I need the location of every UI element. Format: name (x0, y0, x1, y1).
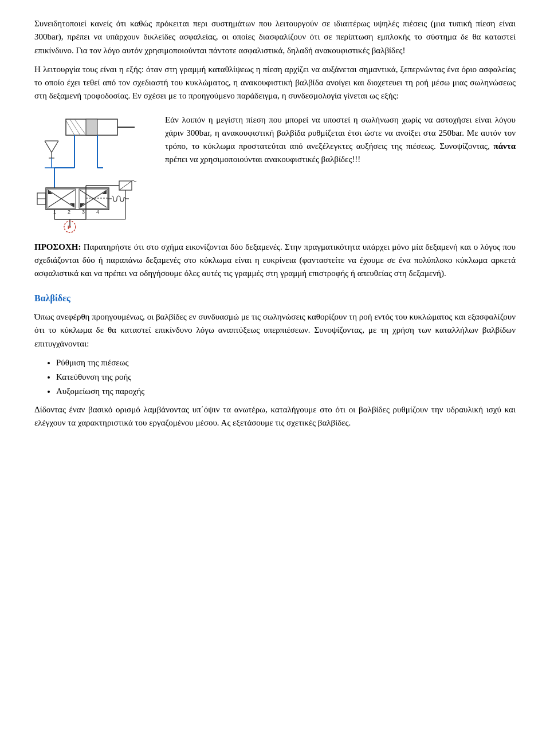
paragraph-3: Όπως ανεφέρθη προηγουμένως, οι βαλβίδες … (34, 310, 516, 351)
caption-bold: πάντα (493, 141, 516, 151)
paragraph-4: Δίδοντας έναν βασικό ορισμό λαμβάνοντας … (34, 403, 516, 430)
list-item: Κατεύθυνση της ροής (56, 371, 516, 384)
svg-rect-9 (46, 188, 109, 210)
svg-text:4: 4 (96, 209, 99, 215)
svg-line-44 (45, 141, 52, 152)
caption-end: πρέπει να χρησιμοποιούνται ανακουφιστικέ… (165, 155, 360, 164)
svg-line-4 (70, 119, 80, 135)
hydraulic-diagram: 1 2 3 4 P (34, 113, 155, 234)
svg-text:P: P (68, 225, 71, 230)
list-item: Αυξομείωση της παροχής (56, 385, 516, 398)
svg-text:3: 3 (82, 209, 85, 215)
svg-line-37 (119, 181, 132, 190)
list-item: Ρύθμιση της πιέσεως (56, 356, 516, 369)
section-heading-valves: Βαλβίδες (34, 292, 516, 306)
diagram-caption-text: Εάν λοιπόν η μεγίστη πίεση που μπορεί να… (165, 113, 516, 167)
caption-main: Εάν λοιπόν η μεγίστη πίεση που μπορεί να… (165, 115, 516, 151)
paragraph-2: Η λειτουργία τους είναι η εξής: όταν στη… (34, 63, 516, 103)
svg-rect-1 (86, 119, 97, 135)
bullet-list: Ρύθμιση της πιέσεως Κατεύθυνση της ροής … (56, 356, 516, 399)
svg-line-45 (52, 141, 58, 152)
svg-line-3 (66, 120, 74, 135)
paragraph-1: Συνειδητοποιεί κανείς ότι καθώς πρόκειτα… (34, 17, 516, 57)
attention-block: ΠΡΟΣΟΧΗ: Παρατηρήστε ότι στο σχήμα εικον… (34, 241, 516, 281)
attention-label: ΠΡΟΣΟΧΗ: (34, 242, 81, 251)
page-content: Συνειδητοποιεί κανείς ότι καθώς πρόκειτα… (34, 17, 516, 430)
svg-line-5 (74, 119, 85, 133)
attention-text: Παρατηρήστε ότι στο σχήμα εικονίζονται δ… (34, 242, 516, 278)
svg-text:2: 2 (68, 209, 70, 215)
diagram-section: 1 2 3 4 P (34, 113, 516, 234)
